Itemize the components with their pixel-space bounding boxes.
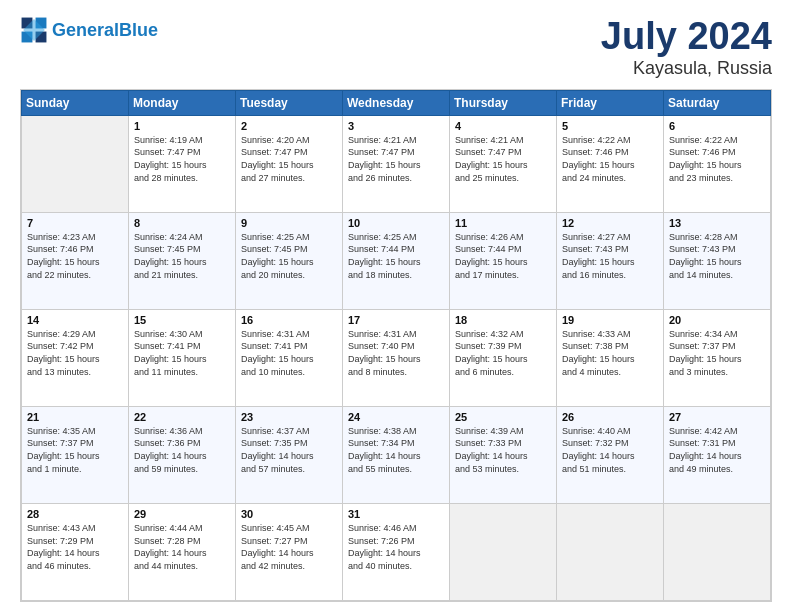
calendar-cell: 6Sunrise: 4:22 AMSunset: 7:46 PMDaylight… [664, 115, 771, 212]
day-number: 30 [241, 508, 337, 520]
day-info: Sunrise: 4:46 AMSunset: 7:26 PMDaylight:… [348, 522, 444, 572]
calendar-cell [22, 115, 129, 212]
calendar-cell: 19Sunrise: 4:33 AMSunset: 7:38 PMDayligh… [557, 309, 664, 406]
header: GeneralBlue July 2024 Kayasula, Russia [20, 16, 772, 79]
col-sunday: Sunday [22, 90, 129, 115]
day-number: 29 [134, 508, 230, 520]
calendar-cell: 23Sunrise: 4:37 AMSunset: 7:35 PMDayligh… [236, 406, 343, 503]
day-info: Sunrise: 4:27 AMSunset: 7:43 PMDaylight:… [562, 231, 658, 281]
col-thursday: Thursday [450, 90, 557, 115]
day-number: 7 [27, 217, 123, 229]
logo-icon [20, 16, 48, 44]
day-info: Sunrise: 4:42 AMSunset: 7:31 PMDaylight:… [669, 425, 765, 475]
calendar-cell: 14Sunrise: 4:29 AMSunset: 7:42 PMDayligh… [22, 309, 129, 406]
day-number: 4 [455, 120, 551, 132]
calendar-cell: 3Sunrise: 4:21 AMSunset: 7:47 PMDaylight… [343, 115, 450, 212]
calendar-cell: 18Sunrise: 4:32 AMSunset: 7:39 PMDayligh… [450, 309, 557, 406]
day-number: 21 [27, 411, 123, 423]
day-number: 31 [348, 508, 444, 520]
calendar-week-5: 28Sunrise: 4:43 AMSunset: 7:29 PMDayligh… [22, 503, 771, 600]
day-info: Sunrise: 4:35 AMSunset: 7:37 PMDaylight:… [27, 425, 123, 475]
calendar-cell: 5Sunrise: 4:22 AMSunset: 7:46 PMDaylight… [557, 115, 664, 212]
day-number: 17 [348, 314, 444, 326]
calendar-cell: 2Sunrise: 4:20 AMSunset: 7:47 PMDaylight… [236, 115, 343, 212]
logo-general: General [52, 20, 119, 40]
calendar-cell: 30Sunrise: 4:45 AMSunset: 7:27 PMDayligh… [236, 503, 343, 600]
col-friday: Friday [557, 90, 664, 115]
calendar-cell: 4Sunrise: 4:21 AMSunset: 7:47 PMDaylight… [450, 115, 557, 212]
page: GeneralBlue July 2024 Kayasula, Russia S… [0, 0, 792, 612]
day-number: 8 [134, 217, 230, 229]
day-number: 1 [134, 120, 230, 132]
calendar-week-1: 1Sunrise: 4:19 AMSunset: 7:47 PMDaylight… [22, 115, 771, 212]
day-number: 19 [562, 314, 658, 326]
day-number: 14 [27, 314, 123, 326]
day-info: Sunrise: 4:23 AMSunset: 7:46 PMDaylight:… [27, 231, 123, 281]
day-number: 9 [241, 217, 337, 229]
day-number: 3 [348, 120, 444, 132]
day-info: Sunrise: 4:44 AMSunset: 7:28 PMDaylight:… [134, 522, 230, 572]
sub-title: Kayasula, Russia [601, 58, 772, 79]
day-info: Sunrise: 4:33 AMSunset: 7:38 PMDaylight:… [562, 328, 658, 378]
calendar-cell: 25Sunrise: 4:39 AMSunset: 7:33 PMDayligh… [450, 406, 557, 503]
day-info: Sunrise: 4:31 AMSunset: 7:40 PMDaylight:… [348, 328, 444, 378]
day-info: Sunrise: 4:28 AMSunset: 7:43 PMDaylight:… [669, 231, 765, 281]
day-info: Sunrise: 4:21 AMSunset: 7:47 PMDaylight:… [348, 134, 444, 184]
calendar-cell [664, 503, 771, 600]
logo-text: GeneralBlue [52, 20, 158, 41]
calendar-cell: 27Sunrise: 4:42 AMSunset: 7:31 PMDayligh… [664, 406, 771, 503]
day-info: Sunrise: 4:43 AMSunset: 7:29 PMDaylight:… [27, 522, 123, 572]
day-info: Sunrise: 4:22 AMSunset: 7:46 PMDaylight:… [669, 134, 765, 184]
calendar-cell: 11Sunrise: 4:26 AMSunset: 7:44 PMDayligh… [450, 212, 557, 309]
day-info: Sunrise: 4:29 AMSunset: 7:42 PMDaylight:… [27, 328, 123, 378]
calendar-cell [450, 503, 557, 600]
calendar-cell: 8Sunrise: 4:24 AMSunset: 7:45 PMDaylight… [129, 212, 236, 309]
calendar-cell: 16Sunrise: 4:31 AMSunset: 7:41 PMDayligh… [236, 309, 343, 406]
day-number: 2 [241, 120, 337, 132]
calendar-cell: 12Sunrise: 4:27 AMSunset: 7:43 PMDayligh… [557, 212, 664, 309]
calendar-cell: 13Sunrise: 4:28 AMSunset: 7:43 PMDayligh… [664, 212, 771, 309]
day-info: Sunrise: 4:21 AMSunset: 7:47 PMDaylight:… [455, 134, 551, 184]
day-info: Sunrise: 4:38 AMSunset: 7:34 PMDaylight:… [348, 425, 444, 475]
day-info: Sunrise: 4:34 AMSunset: 7:37 PMDaylight:… [669, 328, 765, 378]
day-number: 12 [562, 217, 658, 229]
calendar-cell: 9Sunrise: 4:25 AMSunset: 7:45 PMDaylight… [236, 212, 343, 309]
day-info: Sunrise: 4:31 AMSunset: 7:41 PMDaylight:… [241, 328, 337, 378]
day-number: 16 [241, 314, 337, 326]
day-number: 27 [669, 411, 765, 423]
calendar-cell: 29Sunrise: 4:44 AMSunset: 7:28 PMDayligh… [129, 503, 236, 600]
day-info: Sunrise: 4:39 AMSunset: 7:33 PMDaylight:… [455, 425, 551, 475]
day-info: Sunrise: 4:22 AMSunset: 7:46 PMDaylight:… [562, 134, 658, 184]
calendar-cell: 10Sunrise: 4:25 AMSunset: 7:44 PMDayligh… [343, 212, 450, 309]
col-monday: Monday [129, 90, 236, 115]
day-info: Sunrise: 4:25 AMSunset: 7:44 PMDaylight:… [348, 231, 444, 281]
logo: GeneralBlue [20, 16, 158, 44]
day-info: Sunrise: 4:32 AMSunset: 7:39 PMDaylight:… [455, 328, 551, 378]
title-block: July 2024 Kayasula, Russia [601, 16, 772, 79]
calendar-cell: 15Sunrise: 4:30 AMSunset: 7:41 PMDayligh… [129, 309, 236, 406]
day-number: 23 [241, 411, 337, 423]
calendar-cell: 26Sunrise: 4:40 AMSunset: 7:32 PMDayligh… [557, 406, 664, 503]
day-info: Sunrise: 4:30 AMSunset: 7:41 PMDaylight:… [134, 328, 230, 378]
day-number: 25 [455, 411, 551, 423]
col-saturday: Saturday [664, 90, 771, 115]
day-number: 20 [669, 314, 765, 326]
day-info: Sunrise: 4:26 AMSunset: 7:44 PMDaylight:… [455, 231, 551, 281]
day-number: 5 [562, 120, 658, 132]
day-number: 22 [134, 411, 230, 423]
day-info: Sunrise: 4:19 AMSunset: 7:47 PMDaylight:… [134, 134, 230, 184]
day-number: 13 [669, 217, 765, 229]
day-number: 28 [27, 508, 123, 520]
day-info: Sunrise: 4:37 AMSunset: 7:35 PMDaylight:… [241, 425, 337, 475]
calendar-cell: 31Sunrise: 4:46 AMSunset: 7:26 PMDayligh… [343, 503, 450, 600]
day-info: Sunrise: 4:20 AMSunset: 7:47 PMDaylight:… [241, 134, 337, 184]
day-number: 11 [455, 217, 551, 229]
calendar-cell [557, 503, 664, 600]
logo-blue: Blue [119, 20, 158, 40]
day-info: Sunrise: 4:45 AMSunset: 7:27 PMDaylight:… [241, 522, 337, 572]
day-number: 24 [348, 411, 444, 423]
day-info: Sunrise: 4:24 AMSunset: 7:45 PMDaylight:… [134, 231, 230, 281]
day-number: 26 [562, 411, 658, 423]
calendar-week-2: 7Sunrise: 4:23 AMSunset: 7:46 PMDaylight… [22, 212, 771, 309]
calendar-cell: 28Sunrise: 4:43 AMSunset: 7:29 PMDayligh… [22, 503, 129, 600]
